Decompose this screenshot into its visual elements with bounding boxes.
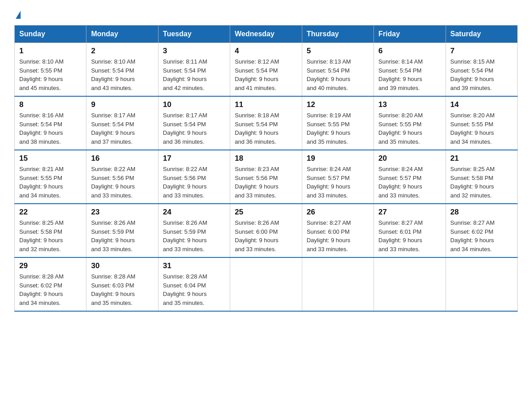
day-number: 23 [91,208,153,217]
day-info: Sunrise: 8:26 AMSunset: 6:00 PMDaylight:… [235,219,279,253]
day-info: Sunrise: 8:14 AMSunset: 5:54 PMDaylight:… [378,58,423,91]
calendar-week-row: 29 Sunrise: 8:28 AMSunset: 6:02 PMDaylig… [15,257,518,311]
calendar-cell [302,257,373,311]
column-header-monday: Monday [86,26,158,43]
day-number: 6 [378,47,441,56]
day-info: Sunrise: 8:12 AMSunset: 5:54 PMDaylight:… [235,58,279,91]
calendar-cell: 24 Sunrise: 8:26 AMSunset: 5:59 PMDaylig… [158,204,230,257]
day-number: 30 [91,261,153,270]
day-number: 9 [91,100,153,109]
column-header-thursday: Thursday [302,26,373,43]
day-number: 11 [235,100,297,109]
day-info: Sunrise: 8:25 AMSunset: 5:58 PMDaylight:… [450,166,495,199]
calendar-header-row: SundayMondayTuesdayWednesdayThursdayFrid… [15,26,518,43]
day-info: Sunrise: 8:28 AMSunset: 6:02 PMDaylight:… [19,273,64,306]
calendar-cell: 6 Sunrise: 8:14 AMSunset: 5:54 PMDayligh… [374,43,446,97]
day-number: 17 [163,154,225,163]
calendar-cell: 8 Sunrise: 8:16 AMSunset: 5:54 PMDayligh… [15,96,86,150]
calendar-cell: 22 Sunrise: 8:25 AMSunset: 5:58 PMDaylig… [15,204,86,257]
calendar-week-row: 8 Sunrise: 8:16 AMSunset: 5:54 PMDayligh… [15,96,518,150]
day-info: Sunrise: 8:24 AMSunset: 5:57 PMDaylight:… [307,166,351,199]
day-number: 25 [235,208,297,217]
day-info: Sunrise: 8:23 AMSunset: 5:56 PMDaylight:… [235,166,279,199]
day-info: Sunrise: 8:15 AMSunset: 5:54 PMDaylight:… [450,58,495,91]
calendar-cell: 4 Sunrise: 8:12 AMSunset: 5:54 PMDayligh… [230,43,302,97]
calendar-cell: 10 Sunrise: 8:17 AMSunset: 5:54 PMDaylig… [158,96,230,150]
day-info: Sunrise: 8:20 AMSunset: 5:55 PMDaylight:… [378,112,423,145]
calendar-cell: 16 Sunrise: 8:22 AMSunset: 5:56 PMDaylig… [86,150,158,204]
calendar-cell: 14 Sunrise: 8:20 AMSunset: 5:55 PMDaylig… [446,96,517,150]
calendar-cell: 1 Sunrise: 8:10 AMSunset: 5:55 PMDayligh… [15,43,86,97]
day-number: 2 [91,47,153,56]
calendar-cell: 26 Sunrise: 8:27 AMSunset: 6:00 PMDaylig… [302,204,373,257]
calendar-cell: 7 Sunrise: 8:15 AMSunset: 5:54 PMDayligh… [446,43,517,97]
day-number: 16 [91,154,153,163]
calendar-cell: 29 Sunrise: 8:28 AMSunset: 6:02 PMDaylig… [15,257,86,311]
day-info: Sunrise: 8:28 AMSunset: 6:04 PMDaylight:… [163,273,207,306]
column-header-sunday: Sunday [15,26,86,43]
calendar-cell: 9 Sunrise: 8:17 AMSunset: 5:54 PMDayligh… [86,96,158,150]
day-number: 13 [378,100,441,109]
day-info: Sunrise: 8:24 AMSunset: 5:57 PMDaylight:… [378,166,423,199]
calendar-cell [230,257,302,311]
calendar-table: SundayMondayTuesdayWednesdayThursdayFrid… [14,25,518,312]
calendar-cell: 21 Sunrise: 8:25 AMSunset: 5:58 PMDaylig… [446,150,517,204]
day-number: 7 [450,47,513,56]
day-number: 3 [163,47,225,56]
calendar-cell: 25 Sunrise: 8:26 AMSunset: 6:00 PMDaylig… [230,204,302,257]
calendar-cell: 23 Sunrise: 8:26 AMSunset: 5:59 PMDaylig… [86,204,158,257]
day-number: 31 [163,261,225,270]
day-number: 28 [450,208,513,217]
day-info: Sunrise: 8:10 AMSunset: 5:54 PMDaylight:… [91,58,135,91]
day-info: Sunrise: 8:10 AMSunset: 5:55 PMDaylight:… [19,58,64,91]
day-info: Sunrise: 8:27 AMSunset: 6:02 PMDaylight:… [450,219,495,253]
day-info: Sunrise: 8:22 AMSunset: 5:56 PMDaylight:… [91,166,135,199]
calendar-cell: 2 Sunrise: 8:10 AMSunset: 5:54 PMDayligh… [86,43,158,97]
day-info: Sunrise: 8:26 AMSunset: 5:59 PMDaylight:… [91,219,135,253]
day-info: Sunrise: 8:25 AMSunset: 5:58 PMDaylight:… [19,219,64,253]
day-info: Sunrise: 8:16 AMSunset: 5:54 PMDaylight:… [19,112,64,145]
day-number: 8 [19,100,82,109]
calendar-cell: 18 Sunrise: 8:23 AMSunset: 5:56 PMDaylig… [230,150,302,204]
day-info: Sunrise: 8:17 AMSunset: 5:54 PMDaylight:… [91,112,135,145]
calendar-cell: 15 Sunrise: 8:21 AMSunset: 5:55 PMDaylig… [15,150,86,204]
column-header-saturday: Saturday [446,26,517,43]
day-info: Sunrise: 8:18 AMSunset: 5:54 PMDaylight:… [235,112,279,145]
day-info: Sunrise: 8:26 AMSunset: 5:59 PMDaylight:… [163,219,207,253]
day-number: 19 [307,154,369,163]
day-info: Sunrise: 8:22 AMSunset: 5:56 PMDaylight:… [163,166,207,199]
calendar-cell: 5 Sunrise: 8:13 AMSunset: 5:54 PMDayligh… [302,43,373,97]
day-info: Sunrise: 8:11 AMSunset: 5:54 PMDaylight:… [163,58,207,91]
day-number: 12 [307,100,369,109]
day-number: 5 [307,47,369,56]
calendar-cell: 13 Sunrise: 8:20 AMSunset: 5:55 PMDaylig… [374,96,446,150]
calendar-cell: 28 Sunrise: 8:27 AMSunset: 6:02 PMDaylig… [446,204,517,257]
day-number: 27 [378,208,441,217]
day-info: Sunrise: 8:28 AMSunset: 6:03 PMDaylight:… [91,273,135,306]
day-info: Sunrise: 8:27 AMSunset: 6:00 PMDaylight:… [307,219,351,253]
day-info: Sunrise: 8:13 AMSunset: 5:54 PMDaylight:… [307,58,351,91]
day-number: 26 [307,208,369,217]
calendar-cell: 3 Sunrise: 8:11 AMSunset: 5:54 PMDayligh… [158,43,230,97]
column-header-wednesday: Wednesday [230,26,302,43]
day-number: 1 [19,47,82,56]
day-number: 14 [450,100,513,109]
calendar-cell: 27 Sunrise: 8:27 AMSunset: 6:01 PMDaylig… [374,204,446,257]
day-number: 21 [450,154,513,163]
calendar-cell [374,257,446,311]
day-number: 10 [163,100,225,109]
calendar-week-row: 22 Sunrise: 8:25 AMSunset: 5:58 PMDaylig… [15,204,518,257]
day-number: 22 [19,208,82,217]
page-header [14,11,518,18]
day-number: 4 [235,47,297,56]
calendar-cell: 19 Sunrise: 8:24 AMSunset: 5:57 PMDaylig… [302,150,373,204]
logo [14,11,21,18]
day-info: Sunrise: 8:20 AMSunset: 5:55 PMDaylight:… [450,112,495,145]
day-number: 29 [19,261,82,270]
column-header-tuesday: Tuesday [158,26,230,43]
day-number: 18 [235,154,297,163]
calendar-cell: 17 Sunrise: 8:22 AMSunset: 5:56 PMDaylig… [158,150,230,204]
calendar-week-row: 15 Sunrise: 8:21 AMSunset: 5:55 PMDaylig… [15,150,518,204]
calendar-cell: 11 Sunrise: 8:18 AMSunset: 5:54 PMDaylig… [230,96,302,150]
calendar-week-row: 1 Sunrise: 8:10 AMSunset: 5:55 PMDayligh… [15,43,518,97]
